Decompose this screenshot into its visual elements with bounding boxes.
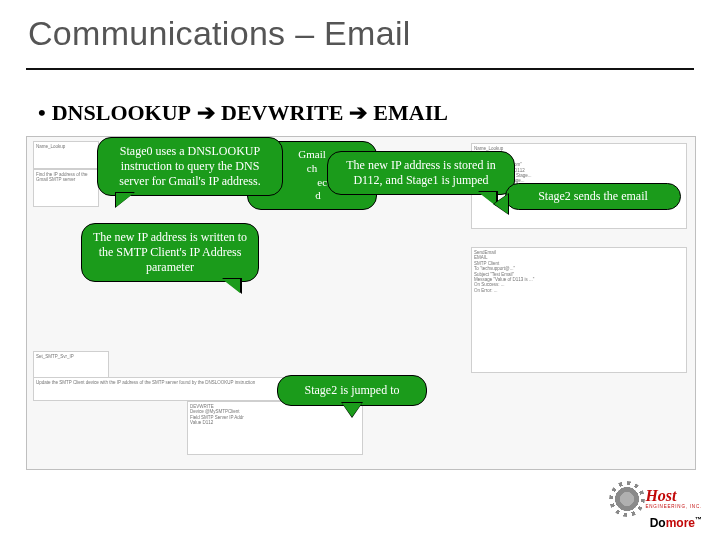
callout-text: d bbox=[303, 189, 321, 201]
domore-more: more bbox=[666, 516, 695, 530]
domore-do: Do bbox=[650, 516, 666, 530]
bg-block-email: SendEmail EMAIL SMTP Client To "techsupp… bbox=[471, 247, 687, 373]
arrow-icon: ➔ bbox=[349, 100, 367, 126]
callout-text: Stage2 is jumped to bbox=[305, 383, 400, 397]
gear-icon bbox=[613, 485, 641, 513]
bg-text: Set_SMTP_Svr_IP bbox=[36, 354, 74, 359]
bullet-word-1: DNSLOOKUP bbox=[52, 100, 191, 126]
logo-host-sub: ENGINEERING, INC. bbox=[645, 504, 702, 509]
diagram-canvas: Name_Lookup Find the IP address of the G… bbox=[26, 136, 696, 470]
logo-host-text: Host bbox=[645, 489, 702, 503]
host-engineering-logo: Host ENGINEERING, INC. bbox=[613, 485, 702, 513]
callout-text: The new IP address is written to the SMT… bbox=[93, 230, 247, 274]
slide-title: Communications – Email bbox=[28, 14, 411, 53]
bg-tag: Name_Lookup bbox=[33, 141, 99, 169]
arrow-icon: ➔ bbox=[197, 100, 215, 126]
bullet-marker: • bbox=[38, 100, 46, 126]
trademark-icon: ™ bbox=[695, 516, 702, 523]
callout-ip-stored: The new IP address is stored in D112, an… bbox=[327, 151, 515, 195]
bg-block-devwrite: DEVWRITE Device @MySMTPClient Field SMTP… bbox=[187, 401, 363, 455]
callout-text: ch bbox=[307, 162, 317, 174]
callout-stage0-dnslookup: Stage0 uses a DNSLOOKUP instruction to q… bbox=[97, 137, 283, 196]
callout-text: Stage0 uses a DNSLOOKUP instruction to q… bbox=[119, 144, 260, 188]
callout-text: The new IP address is stored in D112, an… bbox=[346, 158, 496, 187]
callout-text: Gmail bbox=[298, 148, 326, 160]
bg-text: Find the IP address of the Gmail SMTP se… bbox=[36, 172, 87, 182]
bg-text: Update the SMTP Client device with the I… bbox=[36, 380, 255, 385]
callout-stage2-sends: Stage2 sends the email bbox=[505, 183, 681, 210]
callout-tail-icon bbox=[342, 403, 362, 417]
bullet-line: • DNSLOOKUP ➔ DEVWRITE ➔ EMAIL bbox=[38, 100, 448, 126]
bg-text: Name_Lookup bbox=[36, 144, 65, 149]
bg-tag: Find the IP address of the Gmail SMTP se… bbox=[33, 169, 99, 207]
callout-tail-icon bbox=[222, 279, 240, 293]
domore-logo: Domore™ bbox=[650, 516, 702, 530]
callout-stage2-jumped: Stage2 is jumped to bbox=[277, 375, 427, 406]
callout-ip-written-smtp: The new IP address is written to the SMT… bbox=[81, 223, 259, 282]
callout-tail-icon bbox=[116, 193, 134, 207]
callout-text: Stage2 sends the email bbox=[538, 189, 648, 203]
bg-tag: Set_SMTP_Svr_IP bbox=[33, 351, 109, 379]
bullet-word-2: DEVWRITE bbox=[221, 100, 343, 126]
bullet-word-3: EMAIL bbox=[373, 100, 448, 126]
callout-tail-icon bbox=[494, 194, 508, 214]
logo-area: Host ENGINEERING, INC. Domore™ bbox=[613, 485, 702, 530]
title-divider bbox=[26, 68, 694, 70]
